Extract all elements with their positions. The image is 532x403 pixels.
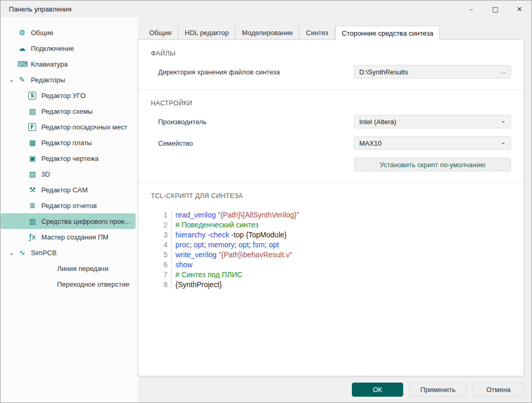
- tab-third-party-synthesis[interactable]: Сторонние средства синтеза: [335, 26, 440, 40]
- code-line: 1read_verilog "{Path}\{AllSynthVerilog}": [158, 210, 511, 220]
- vendor-value: Intel (Altera): [359, 118, 396, 126]
- line-number: 4: [158, 240, 172, 250]
- sidebar-item-pm-wizard[interactable]: ƒxМастер создания ПМ: [1, 229, 136, 245]
- schematic-editor-icon: ▨: [28, 107, 37, 115]
- titlebar: Панель управления – □ ✕: [1, 1, 531, 17]
- ok-button[interactable]: ОК: [352, 383, 403, 397]
- code-line: 3hierarchy -check -top {TopModule}: [158, 230, 511, 240]
- cam-editor-icon: ⚒: [28, 186, 37, 194]
- directory-label: Директория хранения файлов синтеза: [158, 68, 280, 76]
- set-default-script-button[interactable]: Установить скрипт по-умолчанию: [354, 158, 511, 171]
- code-token: show: [175, 260, 193, 270]
- vendor-label: Производитель: [158, 118, 207, 126]
- control-panel-window: Панель управления – □ ✕ ⚙Общие☁Подключен…: [0, 0, 532, 403]
- sidebar-item-via[interactable]: Переходное отверстие: [1, 276, 136, 292]
- 3d-icon: ▧: [28, 170, 37, 178]
- cancel-button[interactable]: Отмена: [473, 383, 524, 397]
- sidebar-item-label: Средства цифрового прое...: [41, 217, 130, 225]
- settings-panel: ФАЙЛЫ Директория хранения файлов синтеза…: [138, 39, 524, 376]
- code-line: 8{SynthProject}: [158, 280, 511, 290]
- code-token: fsm: [253, 240, 265, 250]
- code-token: -top: [229, 230, 246, 240]
- tcl-script-editor[interactable]: 1read_verilog "{Path}\{AllSynthVerilog}"…: [151, 210, 511, 290]
- sidebar-item-transmission-line[interactable]: Линия передачи: [1, 260, 136, 276]
- maximize-button[interactable]: □: [483, 1, 507, 17]
- sidebar-item-label: Редактор чертежа: [41, 155, 98, 162]
- sidebar-item-cam-editor[interactable]: ⚒Редактор CAM: [1, 182, 136, 198]
- sidebar-item-report-editor[interactable]: ≣Редактор отчетов: [1, 198, 136, 213]
- code-token: ;: [235, 240, 239, 250]
- family-value: MAX10: [359, 139, 382, 147]
- vendor-dropdown[interactable]: Intel (Altera) ⌄: [354, 115, 511, 128]
- default-script-row: Установить скрипт по-умолчанию: [151, 158, 511, 171]
- code-token: memory: [208, 240, 235, 250]
- keyboard-icon: ⌨: [17, 60, 27, 68]
- report-editor-icon: ≣: [28, 201, 37, 210]
- sidebar-item-editors[interactable]: ⌄✎Редакторы: [1, 72, 136, 88]
- sidebar-item-keyboard[interactable]: ⌨Клавиатура: [1, 56, 136, 72]
- line-number: 1: [158, 210, 172, 220]
- sidebar-item-label: Редактор платы: [41, 139, 92, 147]
- line-number: 7: [158, 270, 172, 280]
- apply-button[interactable]: Применить: [409, 383, 467, 397]
- board-editor-icon: ▦: [28, 138, 37, 147]
- family-dropdown[interactable]: MAX10 ⌄: [354, 136, 511, 150]
- line-number: 5: [158, 250, 172, 260]
- close-button[interactable]: ✕: [507, 1, 531, 17]
- line-number: 8: [158, 280, 172, 290]
- directory-row: Директория хранения файлов синтеза D:\Sy…: [151, 65, 511, 79]
- code-token: {TopModule}: [246, 230, 287, 240]
- chevron-down-icon[interactable]: ⌄: [6, 77, 17, 83]
- tab-bar: ОбщиеHDL редакторМоделированиеСинтезСтор…: [138, 25, 524, 39]
- sidebar-item-general[interactable]: ⚙Общие: [1, 25, 136, 40]
- separator: [138, 182, 524, 182]
- sidebar: ⚙Общие☁Подключение⌨Клавиатура⌄✎Редакторы…: [1, 17, 138, 402]
- pencil-icon: ✎: [17, 75, 27, 84]
- sidebar-item-label: Редактор УГО: [41, 92, 85, 100]
- code-token: write_verilog: [175, 250, 217, 260]
- sidebar-item-simpcb[interactable]: ⌄∿SimPCB: [1, 245, 136, 260]
- sidebar-item-digital-design-tools[interactable]: ▥Средства цифрового прое...: [1, 213, 136, 229]
- sidebar-item-footprint-editor[interactable]: FРедактор посадочных мест: [1, 119, 136, 135]
- sidebar-item-label: 3D: [41, 170, 50, 178]
- code-token: ;: [190, 240, 194, 250]
- code-token: hierarchy: [175, 230, 206, 240]
- browse-button[interactable]: ...: [496, 67, 506, 77]
- main-area: ОбщиеHDL редакторМоделированиеСинтезСтор…: [138, 17, 531, 402]
- code-token: {SynthProject}: [175, 280, 222, 290]
- sidebar-item-3d[interactable]: ▧3D: [1, 166, 136, 182]
- ugo-editor-icon: S: [28, 92, 36, 100]
- code-line: 4proc; opt; memory; opt; fsm; opt: [158, 240, 511, 250]
- sidebar-item-schematic-editor[interactable]: ▨Редактор схемы: [1, 103, 136, 119]
- code-token: "{Path}\{AllSynthVerilog}": [218, 210, 300, 220]
- cloud-icon: ☁: [17, 44, 27, 52]
- sidebar-item-label: Редактор схемы: [41, 107, 93, 115]
- chevron-down-icon[interactable]: ⌄: [6, 249, 17, 256]
- sidebar-item-label: Редактор отчетов: [41, 202, 97, 210]
- code-line: 6show: [158, 260, 511, 270]
- code-token: # Поведенческий синтез: [175, 220, 258, 230]
- sidebar-item-label: Подключение: [31, 45, 74, 52]
- sidebar-item-connection[interactable]: ☁Подключение: [1, 40, 136, 56]
- script-section-title: TCL-СКРИПТ ДЛЯ СИНТЕЗА: [151, 192, 511, 200]
- code-line: 5write_verilog "{Path}\behavResult.v": [158, 250, 511, 260]
- directory-input[interactable]: D:\SynthResults ...: [354, 65, 511, 79]
- wizard-icon: ƒx: [28, 233, 37, 241]
- minimize-button[interactable]: –: [459, 1, 483, 17]
- sidebar-item-board-editor[interactable]: ▦Редактор платы: [1, 135, 136, 150]
- sidebar-item-drawing-editor[interactable]: ▣Редактор чертежа: [1, 150, 136, 166]
- window-title: Панель управления: [9, 5, 71, 13]
- sidebar-item-ugo-editor[interactable]: SРедактор УГО: [1, 88, 136, 103]
- sidebar-item-label: Общие: [31, 29, 53, 37]
- code-token: proc: [175, 240, 190, 250]
- tab-synthesis[interactable]: Синтез: [300, 26, 335, 39]
- line-number: 2: [158, 220, 172, 230]
- tab-simulation[interactable]: Моделирование: [236, 26, 300, 39]
- tab-general[interactable]: Общие: [143, 26, 179, 39]
- tab-hdl-editor[interactable]: HDL редактор: [179, 26, 236, 39]
- sidebar-item-label: Линия передачи: [57, 265, 108, 273]
- app-body: ⚙Общие☁Подключение⌨Клавиатура⌄✎Редакторы…: [1, 17, 531, 402]
- files-section-title: ФАЙЛЫ: [151, 50, 511, 57]
- sidebar-item-label: SimPCB: [31, 249, 57, 257]
- files-section: ФАЙЛЫ Директория хранения файлов синтеза…: [151, 50, 511, 79]
